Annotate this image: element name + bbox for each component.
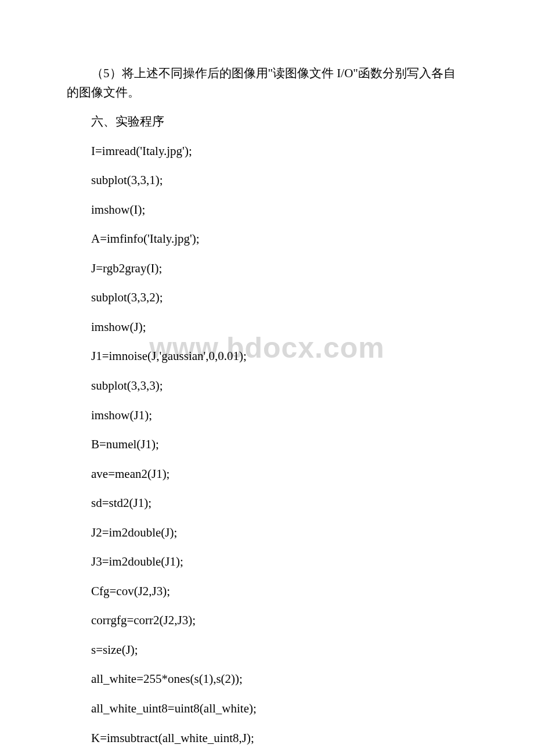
code-line: corrgfg=corr2(J2,J3); [67, 611, 467, 630]
code-line: A=imfinfo('Italy.jpg'); [67, 229, 467, 249]
code-line: J3=im2double(J1); [67, 552, 467, 571]
code-line: imshow(I); [67, 200, 467, 219]
code-line: subplot(3,3,3); [67, 376, 467, 395]
code-line: subplot(3,3,1); [67, 171, 467, 190]
code-line: Cfg=cov(J2,J3); [67, 582, 467, 601]
code-line: ave=mean2(J1); [67, 465, 467, 484]
code-line: I=imread('Italy.jpg'); [67, 142, 467, 161]
document-content: （5）将上述不同操作后的图像用"读图像文件 I/O"函数分别写入各自的图像文件。… [67, 64, 467, 756]
code-line: J2=im2double(J); [67, 523, 467, 542]
code-line: B=numel(J1); [67, 435, 467, 454]
code-line: K=imsubtract(all_white_uint8,J); [67, 729, 467, 748]
code-line: J1=imnoise(J,'gaussian',0,0.01); [67, 347, 467, 366]
code-line: imshow(J1); [67, 406, 467, 425]
code-line: J=rgb2gray(I); [67, 259, 467, 278]
paragraph-section-heading: 六、实验程序 [67, 112, 467, 131]
code-line: imshow(J); [67, 318, 467, 337]
code-line: s=size(J); [67, 640, 467, 660]
code-line: all_white_uint8=uint8(all_white); [67, 699, 467, 718]
code-line: all_white=255*ones(s(1),s(2)); [67, 669, 467, 689]
code-line: sd=std2(J1); [67, 494, 467, 513]
code-line: subplot(3,3,2); [67, 288, 467, 307]
paragraph-instruction: （5）将上述不同操作后的图像用"读图像文件 I/O"函数分别写入各自的图像文件。 [67, 64, 467, 102]
